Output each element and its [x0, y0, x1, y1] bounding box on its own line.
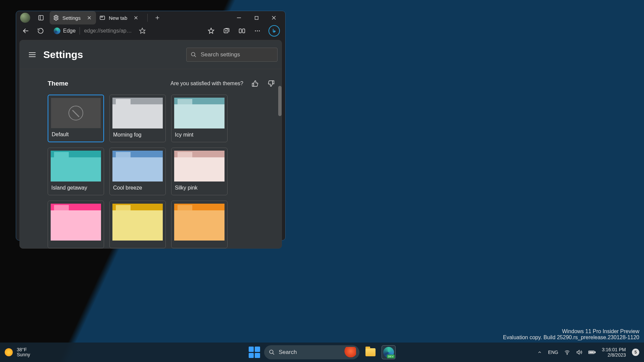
- svg-marker-22: [208, 28, 214, 34]
- tab-separator: [147, 14, 148, 22]
- profile-avatar[interactable]: [20, 13, 30, 23]
- svg-rect-14: [255, 16, 258, 19]
- menu-icon[interactable]: [27, 50, 37, 60]
- volume-icon[interactable]: [576, 349, 582, 355]
- tabs-host: SettingsNew tab: [50, 11, 143, 24]
- taskbar-search[interactable]: Search: [264, 345, 359, 359]
- section-title: Theme: [48, 80, 68, 87]
- start-button[interactable]: [249, 347, 260, 358]
- battery-icon[interactable]: [588, 350, 596, 355]
- tab-label: New tab: [109, 15, 127, 21]
- input-language[interactable]: ENG: [548, 350, 558, 355]
- settings-header: Settings Search settings: [20, 40, 282, 69]
- taskbar-search-placeholder: Search: [279, 349, 297, 356]
- svg-rect-36: [252, 83, 254, 86]
- svg-rect-26: [239, 29, 242, 33]
- edge-dev-pin[interactable]: DEV: [382, 345, 396, 359]
- theme-card[interactable]: Default: [48, 95, 104, 142]
- theme-label: Default: [51, 131, 101, 139]
- browser-tab[interactable]: New tab: [96, 11, 143, 24]
- theme-preview: [174, 204, 225, 241]
- system-tray: ENG 3:16:01 PM 2/8/2023 5: [537, 347, 639, 358]
- weather-widget[interactable]: 38°F Sunny: [5, 347, 30, 358]
- svg-point-38: [269, 350, 273, 354]
- notification-badge[interactable]: 5: [632, 349, 639, 356]
- minimize-button[interactable]: [234, 13, 244, 22]
- favorites-icon[interactable]: [207, 27, 215, 35]
- theme-card[interactable]: Silky pink: [171, 148, 228, 195]
- tab-actions-icon[interactable]: [36, 12, 46, 23]
- taskbar: 38°F Sunny Search DEV ENG 3:16:01 PM 2/8…: [0, 343, 644, 362]
- theme-card[interactable]: Morning fog: [109, 95, 166, 142]
- theme-label: Morning fog: [112, 131, 163, 139]
- theme-preview: [51, 98, 101, 128]
- browser-tab[interactable]: Settings: [50, 11, 96, 24]
- more-icon[interactable]: [253, 27, 262, 35]
- svg-line-35: [194, 55, 196, 57]
- url-scheme-label: Edge: [63, 28, 76, 34]
- svg-rect-0: [39, 15, 43, 20]
- theme-card[interactable]: Icy mint: [171, 95, 228, 142]
- weather-cond: Sunny: [17, 352, 30, 357]
- svg-rect-5: [100, 16, 105, 20]
- close-button[interactable]: [269, 13, 279, 22]
- tray-overflow-icon[interactable]: [537, 350, 542, 355]
- svg-rect-44: [589, 351, 594, 353]
- svg-point-30: [259, 31, 260, 32]
- theme-preview: [51, 151, 101, 182]
- wifi-icon[interactable]: [564, 349, 570, 355]
- theme-card[interactable]: [171, 201, 228, 248]
- page-title: Settings: [43, 49, 83, 60]
- tab-close-icon[interactable]: [133, 14, 139, 21]
- clock[interactable]: 3:16:01 PM 2/8/2023: [602, 347, 626, 358]
- svg-line-39: [273, 353, 274, 355]
- theme-card[interactable]: [48, 201, 104, 248]
- add-favorite-icon[interactable]: [138, 27, 147, 35]
- svg-point-2: [55, 17, 57, 19]
- settings-page: Settings Search settings Theme Are you s…: [19, 40, 282, 249]
- collections-icon[interactable]: [222, 27, 231, 35]
- edge-icon: DEV: [383, 347, 394, 358]
- svg-rect-43: [595, 352, 596, 353]
- address-bar[interactable]: Edge edge://settings/ap…: [51, 24, 149, 37]
- thumbs-up-button[interactable]: [251, 79, 259, 88]
- theme-label: Cool breeze: [112, 184, 163, 192]
- weather-icon: [5, 348, 13, 356]
- split-screen-icon[interactable]: [238, 27, 246, 35]
- search-settings-input[interactable]: Search settings: [186, 48, 278, 62]
- refresh-button[interactable]: [36, 27, 45, 35]
- theme-preview: [174, 151, 225, 182]
- scrollbar[interactable]: [278, 74, 282, 244]
- gear-icon: [53, 15, 59, 21]
- theme-label: Silky pink: [174, 184, 225, 192]
- search-icon: [269, 349, 275, 355]
- svg-rect-37: [273, 81, 274, 84]
- svg-point-40: [567, 354, 568, 355]
- thumbs-down-button[interactable]: [267, 79, 276, 88]
- svg-point-8: [102, 17, 103, 17]
- theme-preview: [112, 204, 163, 241]
- new-tab-button[interactable]: [152, 13, 162, 23]
- scrollbar-thumb[interactable]: [278, 86, 282, 116]
- desktop-watermark: Windows 11 Pro Insider Preview Evaluatio…: [503, 328, 639, 341]
- file-explorer-pin[interactable]: [363, 345, 378, 359]
- theme-card[interactable]: Cool breeze: [109, 148, 166, 195]
- bing-chat-button[interactable]: [268, 25, 280, 37]
- tab-close-icon[interactable]: [86, 14, 93, 21]
- svg-rect-27: [243, 29, 245, 33]
- theme-card[interactable]: Island getaway: [48, 148, 104, 195]
- search-highlight-icon: [343, 347, 356, 358]
- browser-window: SettingsNew tab Edge edge://settings/ap…: [16, 11, 286, 241]
- edge-icon: [54, 28, 60, 34]
- theme-label: [112, 243, 163, 245]
- feedback-prompt: Are you satisfied with themes?: [170, 81, 243, 87]
- theme-label: Island getaway: [51, 184, 101, 192]
- theme-card[interactable]: [109, 201, 166, 248]
- maximize-button[interactable]: [252, 13, 261, 22]
- back-button[interactable]: [21, 27, 30, 35]
- titlebar: SettingsNew tab: [16, 11, 285, 24]
- window-controls: [234, 13, 283, 22]
- theme-grid: DefaultMorning fogIcy mintIsland getaway…: [42, 95, 282, 248]
- theme-preview: [174, 98, 225, 128]
- svg-point-7: [102, 17, 102, 17]
